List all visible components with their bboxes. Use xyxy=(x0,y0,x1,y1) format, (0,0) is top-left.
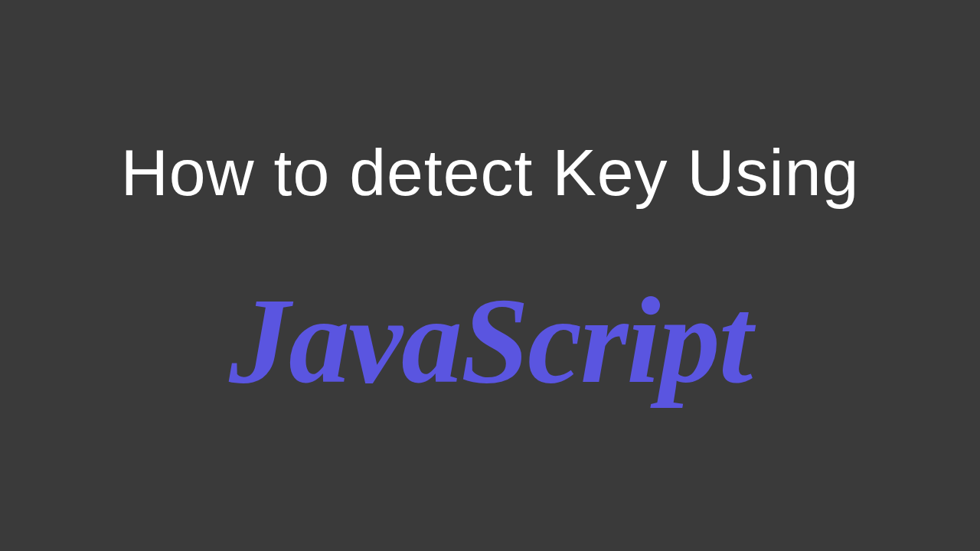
title-accent: JavaScript xyxy=(229,279,751,402)
title-line-1: How to detect Key Using xyxy=(121,135,860,210)
